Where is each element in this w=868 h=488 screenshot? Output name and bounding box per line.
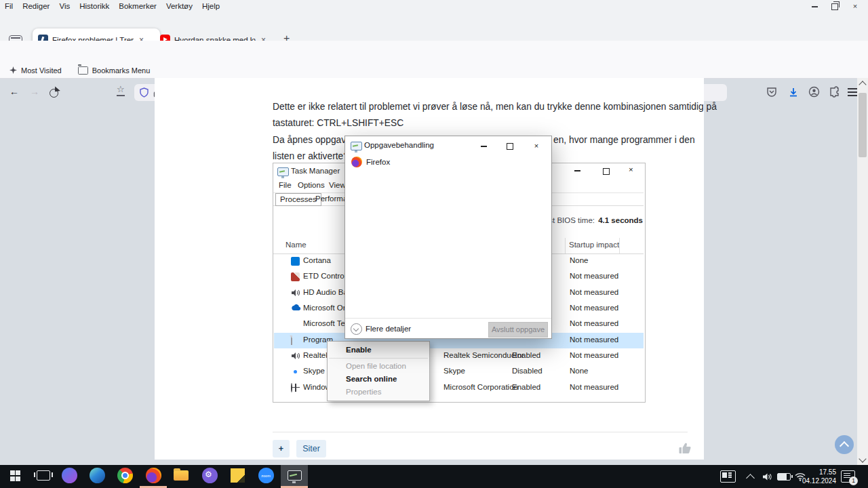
menu-rediger[interactable]: Rediger: [18, 2, 54, 10]
close-button[interactable]: ×: [845, 0, 865, 12]
firefox-icon: [146, 468, 161, 483]
scrollbar-thumb[interactable]: [859, 93, 867, 157]
process-name: Skype: [303, 367, 325, 375]
browser-menu-bar: Fil Rediger Vis Historikk Bokmerker Verk…: [0, 0, 868, 12]
scroll-down-arrow[interactable]: [859, 455, 866, 462]
thumbs-up-icon[interactable]: [677, 441, 692, 458]
task-list-item-firefox[interactable]: Firefox: [366, 158, 390, 166]
page-scrollbar[interactable]: [857, 78, 868, 465]
file-explorer-icon: [174, 470, 189, 481]
extensions-puzzle-icon[interactable]: [829, 86, 840, 100]
quote-button[interactable]: Siter: [296, 440, 326, 458]
windows-security-icon: [291, 383, 292, 392]
startup-impact: Not measured: [570, 351, 618, 359]
process-status: Enabled: [512, 351, 540, 359]
column-startup-impact: Startup impact: [569, 241, 619, 249]
taskbar-app-explorer[interactable]: [167, 465, 195, 486]
startup-impact: Not measured: [570, 336, 618, 344]
widgets-icon: [720, 470, 736, 483]
close-icon: ×: [629, 165, 633, 174]
pocket-icon[interactable]: [766, 87, 777, 100]
window-controls: ×: [804, 0, 865, 12]
chevron-up-icon: [840, 441, 849, 451]
account-icon[interactable]: [808, 86, 820, 100]
minimize-button[interactable]: [804, 0, 825, 12]
chrome-icon: [117, 468, 133, 483]
window-title: Oppgavebehandling: [364, 141, 434, 149]
menu-hjelp[interactable]: Hjelp: [197, 2, 224, 10]
post-divider: [273, 432, 688, 432]
startup-impact: None: [570, 367, 589, 375]
zoom-app-icon: zoom: [258, 468, 274, 483]
taskbar-app-loop[interactable]: [56, 465, 83, 486]
edge-icon: [90, 468, 105, 483]
task-view-icon: [37, 470, 50, 481]
taskbar-app-settings[interactable]: [196, 465, 223, 486]
maximize-icon: [603, 167, 610, 175]
restore-button[interactable]: [825, 0, 845, 12]
reload-button[interactable]: [50, 88, 58, 100]
start-button[interactable]: [1, 465, 28, 486]
volume-tray-button[interactable]: [762, 465, 772, 488]
post-paragraph: Da åpnes oppgave: [273, 135, 351, 145]
startup-impact: None: [570, 256, 589, 264]
scroll-up-arrow[interactable]: [859, 81, 866, 88]
menu-verktoy[interactable]: Verktøy: [161, 2, 197, 10]
startup-impact: Not measured: [570, 272, 618, 280]
most-visited-icon: [9, 66, 17, 74]
context-menu-item-properties: Properties: [328, 386, 429, 399]
process-publisher: Skype: [443, 367, 465, 375]
context-menu: Enable Open file location Search online …: [327, 341, 430, 401]
post-paragraph: Dette er ikke relatert til problemet vi …: [273, 102, 717, 112]
taskbar-app-firefox[interactable]: [140, 465, 167, 486]
program-file-icon: [291, 336, 292, 345]
minimize-button[interactable]: [473, 140, 494, 152]
close-button[interactable]: ×: [526, 140, 547, 152]
taskbar-app-chrome[interactable]: [111, 465, 138, 486]
taskbar-app-edge[interactable]: [83, 465, 111, 486]
minimize-icon: [812, 6, 818, 7]
oppgavebehandling-window: Oppgavebehandling × Firefox Flere detalj…: [344, 136, 552, 339]
battery-tray-button[interactable]: [777, 465, 791, 488]
bookmark-bookmarks-menu[interactable]: Bookmarks Menu: [92, 66, 151, 75]
process-name: Cortana: [303, 256, 331, 264]
screenshot-menu-view: View: [329, 181, 346, 189]
clock-tray[interactable]: 17.55 04.12.2024: [804, 465, 836, 488]
speaker-icon: [291, 352, 300, 361]
download-icon[interactable]: [788, 87, 799, 100]
menu-fil[interactable]: Fil: [0, 2, 18, 10]
process-status: Enabled: [512, 383, 540, 391]
tray-overflow-button[interactable]: [747, 465, 753, 488]
widgets-tray-button[interactable]: [720, 465, 736, 488]
context-menu-item-search-online: Search online: [328, 373, 429, 386]
screenshot-menu-options: Options: [298, 181, 325, 189]
maximize-button[interactable]: [500, 140, 520, 152]
screenshot-window-title: Task Manager: [291, 167, 340, 175]
chevron-down-circle-icon[interactable]: [351, 323, 362, 335]
menu-historikk[interactable]: Historikk: [75, 2, 114, 10]
task-view-button[interactable]: [30, 465, 57, 486]
add-reaction-button[interactable]: +: [273, 440, 290, 458]
bookmark-most-visited[interactable]: Most Visited: [21, 66, 62, 75]
more-details-toggle[interactable]: Flere detaljer: [366, 325, 411, 333]
shield-icon[interactable]: [140, 87, 149, 98]
sticky-notes-icon: [231, 468, 245, 483]
back-to-top-button[interactable]: [835, 435, 854, 454]
menu-bokmerker[interactable]: Bokmerker: [114, 2, 161, 10]
bookmark-star-icon[interactable]: [116, 85, 127, 96]
firefox-icon: [351, 157, 362, 167]
taskbar-app-taskmanager[interactable]: [281, 465, 308, 486]
task-manager-icon: [351, 142, 362, 150]
end-task-button[interactable]: Avslutt oppgave: [488, 322, 548, 338]
menu-vis[interactable]: Vis: [54, 2, 75, 10]
screen: Fil Rediger Vis Historikk Bokmerker Verk…: [0, 0, 868, 488]
taskbar-app-stickynotes[interactable]: [224, 465, 251, 486]
bios-time-value: 4.1 seconds: [598, 216, 643, 224]
post-paragraph: listen er aktiverte?: [273, 151, 349, 161]
forward-button[interactable]: →: [30, 86, 39, 97]
navigation-bar: ← → https://www.diskusjon.no/topic/19493…: [0, 41, 868, 63]
process-name: Realtek: [303, 351, 330, 359]
process-status: Disabled: [512, 367, 542, 375]
taskbar-app-zoom[interactable]: zoom: [252, 465, 279, 486]
back-button[interactable]: ←: [9, 86, 19, 97]
